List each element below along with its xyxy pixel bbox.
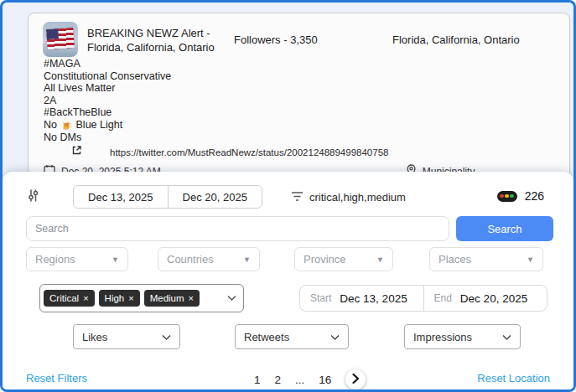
account-title: BREAKING NEWZ Alert - Florida, Californi… [87,26,242,55]
likes-select[interactable]: Likes [73,324,180,349]
start-end-date-range: Start Dec 13, 2025 End Dec 20, 2025 [299,285,547,312]
funnel-icon[interactable] [291,190,304,205]
external-link-icon[interactable] [70,144,83,160]
retweets-select[interactable]: Retweets [235,324,349,349]
province-select[interactable]: Province ▼ [294,247,393,271]
chip-medium: Medium × [144,290,200,307]
bio-line: All Lives Matter [44,82,171,95]
date-to-field[interactable]: Dec 20, 2025 [168,186,262,208]
search-input[interactable] [26,216,449,241]
tweet-profile-card: BREAKING NEWZ Alert - Florida, Californi… [28,13,570,180]
chevron-down-icon [330,329,340,344]
chip-critical: Critical × [44,290,95,307]
chevron-down-icon: ▼ [376,255,384,264]
chevron-down-icon: ▼ [112,255,119,264]
page-16[interactable]: 16 [319,374,331,386]
chevron-down-icon [227,295,236,302]
next-page-button[interactable] [345,369,366,389]
chip-high: High × [99,290,140,307]
remove-chip-icon[interactable]: × [83,293,88,303]
remove-chip-icon[interactable]: × [128,293,133,303]
remove-chip-icon[interactable]: × [189,293,194,303]
account-bio: #MAGA Constitutional Conservative All Li… [44,58,171,143]
tweet-url[interactable]: https://twitter.com/MustReadNewz/status/… [110,147,388,157]
us-flag-avatar [43,22,78,57]
severity-filter-summary: critical,high,medium [309,191,406,204]
reset-location-link[interactable]: Reset Location [477,372,550,384]
date-from-field[interactable]: Dec 13, 2025 [74,186,168,208]
sliders-icon[interactable] [26,188,40,206]
end-date-field[interactable]: End Dec 20, 2025 [423,286,547,311]
bio-line: #BackTheBlue [44,106,171,119]
app-window: BREAKING NEWZ Alert - Florida, Californi… [0,0,576,392]
bio-line: Constitutional Conservative [44,70,171,83]
pagination: 1 2 ... 16 [254,369,366,389]
search-button[interactable]: Search [456,216,553,241]
page-1[interactable]: 1 [254,374,261,386]
regions-select[interactable]: Regions ▼ [26,247,128,271]
account-location: Florida, California, Ontario [392,34,520,46]
bio-line: No DMs [44,132,171,144]
page-2[interactable]: 2 [275,374,282,386]
countries-select[interactable]: Countries ▼ [158,247,260,271]
bio-line: 2A [44,95,171,107]
chevron-down-icon [162,329,171,344]
reset-filters-link[interactable]: Reset Filters [26,372,87,384]
chevron-down-icon [502,329,511,344]
bio-line: No 🍺 Blue Light [44,119,171,132]
traffic-light-badge [497,191,517,202]
next-page-icon [352,374,360,386]
places-select[interactable]: Places ▼ [429,247,543,271]
chevron-down-icon: ▼ [527,255,534,264]
severity-multiselect[interactable]: Critical × High × Medium × [39,284,244,312]
start-date-field[interactable]: Start Dec 13, 2025 [300,286,423,311]
followers-count: Followers - 3,350 [234,34,318,46]
impressions-select[interactable]: Impressions [404,324,521,349]
quick-date-range: Dec 13, 2025 Dec 20, 2025 [73,185,262,209]
result-count: 226 [525,189,544,203]
us-flag-image [46,28,75,49]
page-ellipsis: ... [295,374,304,386]
chevron-down-icon: ▼ [243,255,251,264]
bio-line: #MAGA [44,58,171,70]
filters-panel: Dec 13, 2025 Dec 20, 2025 critical,high,… [3,172,573,389]
